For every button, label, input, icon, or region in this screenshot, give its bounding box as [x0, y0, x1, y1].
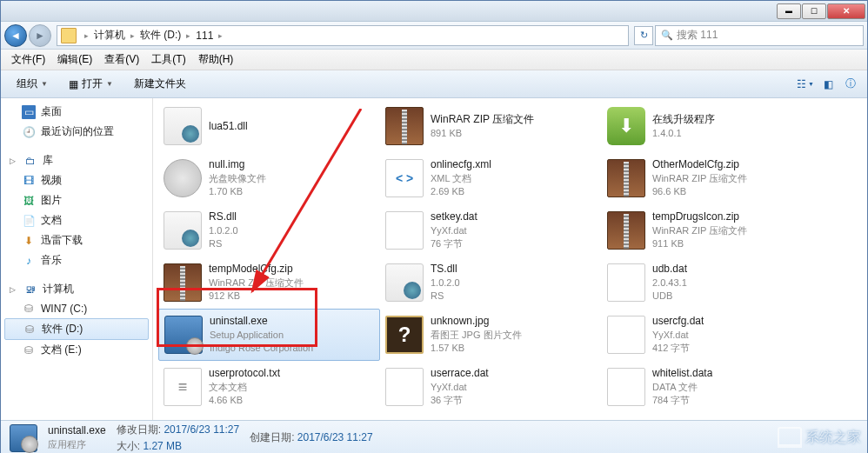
- sidebar-item-videos[interactable]: 🎞视频: [1, 170, 152, 190]
- file-icon: [607, 159, 645, 197]
- open-button[interactable]: ▦打开▼: [60, 73, 122, 95]
- sidebar-item-pictures[interactable]: 🖼图片: [1, 190, 152, 210]
- file-type: YyXf.dat: [431, 381, 489, 394]
- file-item[interactable]: udb.dat 2.0.43.1 UDB: [602, 256, 824, 309]
- file-item[interactable]: onlinecfg.xml XML 文档 2.69 KB: [380, 152, 602, 204]
- sidebar-header-libraries[interactable]: ▷🗀库: [1, 150, 152, 170]
- minimize-button[interactable]: [777, 3, 801, 19]
- file-item[interactable]: setkey.dat YyXf.dat 76 字节: [380, 204, 602, 256]
- file-item[interactable]: null.img 光盘映像文件 1.70 KB: [158, 152, 380, 204]
- status-created-date: 2017/6/23 11:27: [297, 431, 373, 443]
- download-icon: ⬇: [22, 234, 36, 248]
- file-icon: [607, 211, 645, 250]
- sidebar-header-computer[interactable]: ▷🖳计算机: [1, 279, 152, 299]
- status-modified-date: 2017/6/23 11:27: [164, 423, 239, 436]
- picture-icon: 🖼: [22, 194, 36, 208]
- file-icon: [164, 159, 202, 197]
- file-type: 1.4.0.1: [652, 127, 715, 140]
- file-type: 文本文档: [209, 381, 280, 394]
- file-size: 1.57 KB: [431, 342, 522, 355]
- file-item[interactable]: userprotocol.txt 文本文档 4.66 KB: [158, 361, 380, 413]
- breadcrumb[interactable]: ▸ 计算机 ▸ 软件 (D:) ▸ 111 ▸: [57, 25, 629, 46]
- new-folder-button[interactable]: 新建文件夹: [125, 73, 195, 95]
- file-size: 911 KB: [652, 237, 747, 250]
- file-item[interactable]: 在线升级程序 1.4.0.1: [602, 100, 824, 152]
- sidebar-item-desktop[interactable]: ▭桌面: [1, 102, 152, 122]
- file-item[interactable]: tempDrugsIcon.zip WinRAR ZIP 压缩文件 911 KB: [602, 204, 824, 256]
- explorer-window: ▸ 计算机 ▸ 软件 (D:) ▸ 111 ▸ ↻ 🔍 搜索 111 文件(F)…: [0, 0, 868, 453]
- file-item[interactable]: whitelist.data DATA 文件 784 字节: [602, 361, 824, 413]
- sidebar-item-drive-c[interactable]: ⛁WIN7 (C:): [1, 299, 152, 318]
- drive-icon: ⛁: [22, 302, 36, 316]
- menu-view[interactable]: 查看(V): [99, 50, 144, 69]
- file-icon: [385, 316, 424, 354]
- status-size: 1.27 MB: [143, 440, 182, 452]
- search-icon: 🔍: [661, 30, 673, 41]
- file-icon: [164, 368, 202, 406]
- file-size: 96.6 KB: [652, 185, 747, 198]
- breadcrumb-root[interactable]: 计算机: [91, 28, 128, 43]
- sidebar-item-music[interactable]: ♪音乐: [1, 250, 152, 270]
- watermark-icon: [778, 427, 802, 448]
- file-item[interactable]: OtherModelCfg.zip WinRAR ZIP 压缩文件 96.6 K…: [602, 152, 824, 204]
- file-name: setkey.dat: [431, 210, 477, 224]
- file-name: usercfg.dat: [652, 314, 704, 329]
- file-item[interactable]: tempModelCfg.zip WinRAR ZIP 压缩文件 912 KB: [158, 256, 380, 309]
- file-item[interactable]: lua51.dll: [158, 100, 380, 152]
- file-list: lua51.dll WinRAR ZIP 压缩文件 891 KB 在线升级程序 …: [153, 98, 867, 420]
- file-name: TS.dll: [431, 262, 460, 276]
- sidebar-item-drive-d[interactable]: ⛁软件 (D:): [4, 318, 149, 340]
- file-item[interactable]: usercfg.dat YyXf.dat 412 字节: [602, 309, 824, 361]
- file-name: onlinecfg.xml: [431, 157, 491, 172]
- preview-pane-icon[interactable]: ◧: [818, 75, 838, 94]
- file-item[interactable]: TS.dll 1.0.2.0 RS: [380, 256, 602, 309]
- sidebar-item-documents[interactable]: 📄文档: [1, 210, 152, 230]
- file-size: 2.69 KB: [431, 185, 491, 198]
- menu-edit[interactable]: 编辑(E): [52, 50, 97, 69]
- folder-icon: [61, 28, 77, 43]
- sidebar-item-downloads[interactable]: ⬇迅雷下载: [1, 230, 152, 250]
- file-type: XML 文档: [431, 172, 491, 185]
- file-type: 光盘映像文件: [209, 172, 266, 185]
- titlebar: [1, 1, 867, 22]
- toolbar: 组织▼ ▦打开▼ 新建文件夹 ☷▼ ◧ ⓘ: [1, 70, 867, 98]
- file-item[interactable]: RS.dll 1.0.2.0 RS: [158, 204, 380, 256]
- help-icon[interactable]: ⓘ: [841, 75, 860, 94]
- file-name: lua51.dll: [209, 119, 248, 134]
- file-type: DATA 文件: [652, 381, 712, 394]
- file-name: whitelist.data: [652, 366, 712, 381]
- forward-button[interactable]: [29, 24, 51, 47]
- maximize-button[interactable]: [802, 3, 826, 19]
- desktop-icon: ▭: [22, 105, 36, 119]
- file-icon: [607, 263, 645, 302]
- organize-button[interactable]: 组织▼: [8, 73, 57, 95]
- search-input[interactable]: 🔍 搜索 111: [655, 25, 864, 46]
- back-button[interactable]: [4, 24, 27, 47]
- file-item[interactable]: uninstall.exe Setup Application Indigo R…: [158, 309, 380, 361]
- menu-help[interactable]: 帮助(H): [193, 50, 239, 69]
- refresh-button[interactable]: ↻: [634, 26, 653, 45]
- menu-tools[interactable]: 工具(T): [146, 50, 190, 69]
- sidebar: ▭桌面 🕘最近访问的位置 ▷🗀库 🎞视频 🖼图片 📄文档 ⬇迅雷下载 ♪音乐 ▷…: [1, 98, 153, 420]
- file-icon: [164, 316, 203, 354]
- sidebar-item-drive-e[interactable]: ⛁文档 (E:): [1, 340, 152, 360]
- file-size: 1.70 KB: [209, 185, 266, 198]
- search-placeholder: 搜索 111: [677, 28, 718, 43]
- close-button[interactable]: [827, 3, 865, 19]
- status-bar: uninstall.exe 应用程序 修改日期: 2017/6/23 11:27…: [1, 420, 867, 453]
- file-name: unknown.jpg: [431, 314, 522, 329]
- file-name: udb.dat: [652, 262, 687, 276]
- file-item[interactable]: unknown.jpg 看图王 JPG 图片文件 1.57 KB: [380, 309, 602, 361]
- breadcrumb-folder[interactable]: 111: [193, 30, 216, 42]
- file-type: 891 KB: [431, 127, 534, 140]
- file-icon: [385, 263, 424, 302]
- view-options-icon[interactable]: ☷▼: [796, 75, 815, 94]
- breadcrumb-drive[interactable]: 软件 (D:): [137, 28, 184, 43]
- file-type: 2.0.43.1: [652, 276, 687, 290]
- status-filename: uninstall.exe: [48, 424, 106, 436]
- file-item[interactable]: userrace.dat YyXf.dat 36 字节: [380, 361, 602, 413]
- file-item[interactable]: WinRAR ZIP 压缩文件 891 KB: [380, 100, 602, 152]
- menu-file[interactable]: 文件(F): [6, 50, 50, 69]
- file-name: userprotocol.txt: [209, 366, 280, 381]
- sidebar-item-recent[interactable]: 🕘最近访问的位置: [1, 122, 152, 142]
